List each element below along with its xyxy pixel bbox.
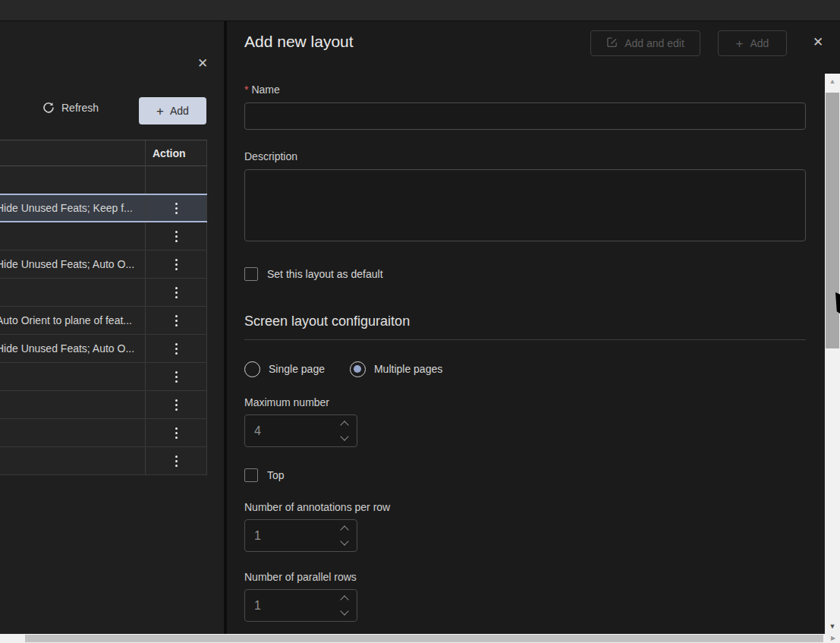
kebab-menu-icon[interactable] — [168, 310, 185, 331]
top-bar — [0, 0, 840, 21]
table-row[interactable] — [0, 447, 207, 475]
row-name-cell — [0, 447, 146, 474]
table-row[interactable] — [0, 222, 207, 251]
scroll-down-icon[interactable]: ▼ — [825, 620, 840, 632]
kebab-menu-icon[interactable] — [168, 367, 185, 387]
parallel-rows-stepper — [244, 589, 357, 622]
table-header-row: Action — [0, 140, 207, 166]
description-input[interactable] — [244, 169, 806, 241]
vertical-scrollbar[interactable]: ▲ ▼ — [825, 74, 840, 634]
kebab-menu-icon[interactable] — [168, 198, 185, 219]
increment-icon[interactable] — [341, 595, 349, 603]
checkbox-icon[interactable] — [244, 267, 258, 281]
row-action-cell — [146, 335, 207, 362]
horizontal-scrollbar-thumb[interactable] — [25, 635, 823, 642]
increment-icon[interactable] — [341, 421, 349, 428]
row-name-cell — [0, 419, 146, 446]
table-row[interactable]: Hide Unused Feats; Auto O... — [0, 335, 207, 363]
drawer-body: *Name Description Set this layout as def… — [227, 74, 825, 634]
add-and-edit-label: Add and edit — [624, 37, 684, 49]
annotations-per-row-label: Number of annotations per row — [244, 501, 806, 513]
layouts-toolbar: Refresh + Add — [0, 97, 207, 125]
parallel-rows-input[interactable] — [245, 590, 336, 621]
kebab-menu-icon[interactable] — [168, 395, 185, 415]
drawer-add-button[interactable]: + Add — [718, 30, 787, 56]
add-and-edit-button[interactable]: Add and edit — [590, 30, 700, 56]
table-row[interactable] — [0, 419, 207, 447]
row-name-cell — [0, 391, 146, 418]
radio-icon[interactable] — [244, 361, 260, 377]
single-page-radio[interactable]: Single page — [244, 361, 325, 377]
add-layout-drawer: Add new layout Add and edit + Add ✕ *Nam… — [227, 21, 840, 634]
action-column-header: Action — [146, 140, 207, 165]
row-name-cell: Hide Unused Feats; Auto O... — [0, 251, 146, 278]
row-action-cell — [146, 391, 207, 418]
row-label: Hide Unused Feats; Auto O... — [0, 342, 134, 355]
scroll-up-icon[interactable]: ▲ — [825, 75, 840, 87]
row-label: Hide Unused Feats; Auto O... — [0, 258, 134, 270]
row-name-cell: Auto Orient to plane of feat... — [0, 307, 146, 334]
horizontal-scrollbar[interactable]: ▶ — [0, 634, 840, 643]
table-row[interactable] — [0, 279, 207, 307]
row-action-cell — [146, 307, 207, 334]
refresh-label: Refresh — [61, 102, 99, 114]
table-row[interactable] — [0, 391, 207, 419]
top-checkbox-label: Top — [267, 469, 285, 481]
row-action-cell — [146, 251, 207, 278]
kebab-menu-icon[interactable] — [168, 339, 185, 359]
row-name-cell — [0, 222, 146, 250]
table-row[interactable]: Auto Orient to plane of feat... — [0, 307, 207, 335]
multiple-pages-radio[interactable]: Multiple pages — [350, 361, 442, 377]
maximum-number-stepper — [244, 414, 357, 447]
drawer-header: Add new layout Add and edit + Add ✕ — [227, 21, 840, 74]
kebab-menu-icon[interactable] — [168, 423, 185, 443]
table-row[interactable] — [0, 166, 207, 194]
kebab-menu-icon[interactable] — [168, 451, 185, 471]
table-row[interactable] — [0, 363, 207, 391]
annotations-per-row-stepper — [244, 519, 357, 552]
table-row[interactable]: Hide Unused Feats; Auto O... — [0, 251, 207, 279]
multiple-pages-label: Multiple pages — [374, 363, 442, 375]
scroll-right-icon[interactable]: ▶ — [828, 634, 838, 643]
edit-icon — [606, 36, 618, 50]
row-action-cell — [146, 195, 207, 221]
name-input[interactable] — [244, 102, 806, 130]
close-icon[interactable]: ✕ — [813, 36, 823, 49]
add-button-label: Add — [170, 105, 189, 117]
kebab-menu-icon[interactable] — [168, 254, 185, 275]
row-name-cell: Hide Unused Feats; Auto O... — [0, 335, 146, 362]
kebab-menu-icon[interactable] — [168, 282, 185, 303]
increment-icon[interactable] — [341, 525, 349, 533]
annotations-per-row-input[interactable] — [245, 520, 336, 551]
page-mode-radio-group: Single page Multiple pages — [244, 361, 806, 377]
maximum-number-input[interactable] — [245, 415, 336, 446]
kebab-menu-icon[interactable] — [168, 226, 185, 247]
row-action-cell — [146, 447, 207, 474]
add-layout-button[interactable]: + Add — [139, 97, 206, 125]
top-checkbox-row[interactable]: Top — [244, 468, 806, 482]
drawer-title: Add new layout — [244, 33, 354, 51]
row-action-cell — [146, 363, 207, 390]
decrement-icon[interactable] — [341, 608, 349, 616]
layouts-table: Action Hide Unused Feats; Keep f...Hide … — [0, 140, 207, 475]
screen-layout-section-heading: Screen layout configuraiton — [244, 314, 806, 329]
row-name-cell: Hide Unused Feats; Keep f... — [0, 195, 146, 221]
name-label: *Name — [244, 84, 806, 96]
decrement-icon[interactable] — [341, 433, 349, 441]
radio-selected-icon[interactable] — [350, 361, 366, 377]
refresh-icon — [42, 102, 55, 114]
required-marker: * — [244, 84, 248, 96]
maximum-number-label: Maximum number — [244, 396, 806, 408]
row-action-cell — [146, 166, 207, 194]
checkbox-icon[interactable] — [244, 468, 258, 482]
table-row[interactable]: Hide Unused Feats; Keep f... — [0, 194, 207, 222]
parallel-rows-label: Number of parallel rows — [244, 571, 806, 583]
row-action-cell — [146, 222, 207, 250]
layout-table-body: Hide Unused Feats; Keep f...Hide Unused … — [0, 166, 207, 475]
close-icon[interactable]: ✕ — [197, 57, 208, 70]
decrement-icon[interactable] — [341, 538, 349, 546]
row-action-cell — [146, 419, 207, 446]
drawer-add-label: Add — [750, 37, 769, 49]
refresh-button[interactable]: Refresh — [42, 102, 99, 114]
default-layout-checkbox-row[interactable]: Set this layout as default — [244, 267, 806, 281]
